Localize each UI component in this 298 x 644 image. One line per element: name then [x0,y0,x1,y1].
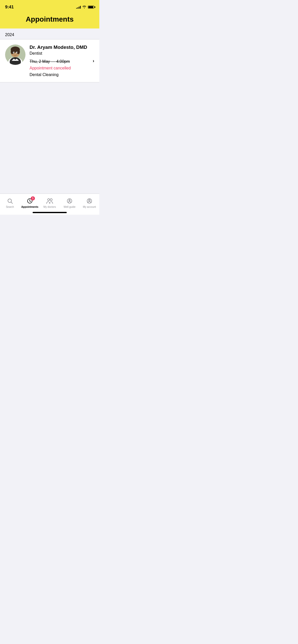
my-account-nav-label: My account [83,206,96,208]
svg-point-14 [48,199,50,201]
empty-area [0,82,99,184]
svg-point-9 [13,52,15,53]
doctor-name: Dr. Aryam Modesto, DMD [30,45,94,50]
nav-item-appointments[interactable]: 1 Appointments [20,197,40,208]
year-section: 2024 [0,28,99,39]
well-guide-nav-icon [66,197,73,204]
wifi-icon [82,5,86,9]
nav-item-my-doctors[interactable]: My doctors [40,197,60,208]
svg-point-21 [89,199,90,201]
doctor-avatar [5,45,25,65]
year-label: 2024 [5,33,14,37]
nav-item-well-guide[interactable]: Well guide [60,197,79,208]
svg-point-15 [50,199,52,201]
my-account-nav-icon [86,197,93,204]
page-title: Appointments [5,15,94,23]
nav-item-my-account[interactable]: My account [79,197,99,208]
status-icons [76,5,94,9]
well-guide-nav-label: Well guide [64,206,76,208]
svg-point-19 [69,199,70,201]
svg-line-12 [11,202,13,203]
appointment-status: Appointment cancelled [30,66,94,70]
appointments-nav-icon: 1 [26,197,33,204]
signal-icon [76,6,81,9]
appointments-badge: 1 [31,196,35,200]
appointments-nav-label: Appointments [21,206,38,208]
appointment-details: Dr. Aryam Modesto, DMD Dentist Thu, 2 Ma… [30,45,94,77]
doctor-specialty: Dentist [30,51,94,56]
battery-icon [88,6,94,9]
search-nav-label: Search [6,206,14,208]
status-bar: 9:41 [0,0,99,13]
svg-point-5 [11,49,14,54]
my-doctors-nav-icon [46,197,53,204]
my-doctors-nav-label: My doctors [44,206,56,208]
nav-item-search[interactable]: Search [0,197,20,208]
chevron-right-icon: › [93,58,94,63]
home-indicator [33,212,67,213]
appointment-type: Dental Cleaning [30,72,94,77]
appointment-datetime: Thu, 2 May — 4:00pm [30,59,94,64]
bottom-nav: Search 1 Appointments My doctors [0,194,99,215]
page-header: Appointments [0,13,99,28]
search-nav-icon [6,197,13,204]
svg-point-6 [17,49,20,54]
doctor-avatar-image [5,45,25,65]
status-time: 9:41 [5,5,14,10]
svg-point-10 [17,52,18,53]
appointment-card[interactable]: Dr. Aryam Modesto, DMD Dentist Thu, 2 Ma… [0,39,99,82]
content-area: 2024 [0,28,99,184]
